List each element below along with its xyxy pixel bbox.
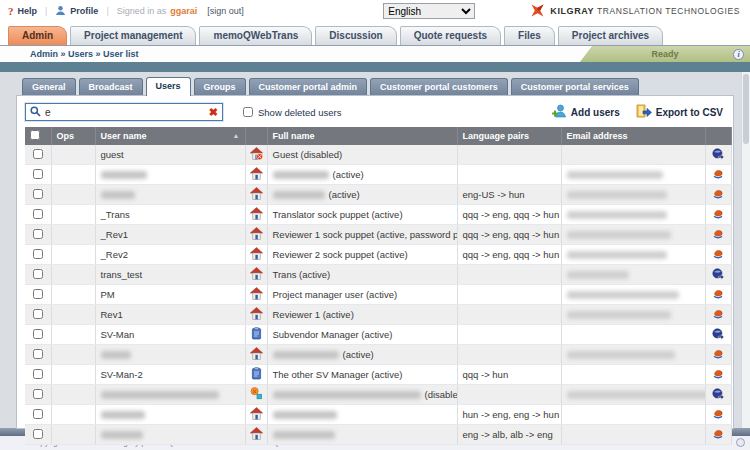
- row-select-cell: [25, 425, 51, 445]
- table-row: _Rev1 Reviewer 1 sock puppet (active, pa…: [25, 225, 731, 245]
- hand-icon[interactable]: [712, 288, 724, 302]
- username-cell[interactable]: _Rev1: [95, 225, 245, 245]
- user-type-cell: [245, 425, 267, 445]
- row-select-checkbox[interactable]: [33, 189, 43, 199]
- email-cell: [561, 305, 705, 325]
- nav-tab-memoqwebtrans[interactable]: memoQWebTrans: [199, 26, 312, 45]
- hand-icon[interactable]: [712, 228, 724, 242]
- username-cell[interactable]: PM: [95, 285, 245, 305]
- username-cell[interactable]: SV-Man: [95, 325, 245, 345]
- row-select-checkbox[interactable]: [33, 349, 43, 359]
- email-cell: [561, 325, 705, 345]
- row-select-checkbox[interactable]: [33, 409, 43, 419]
- hand-icon[interactable]: [712, 408, 724, 422]
- hand-icon[interactable]: [712, 428, 724, 442]
- username-cell[interactable]: [95, 385, 245, 405]
- sub-tab-groups[interactable]: Groups: [194, 78, 246, 95]
- table-row: (disabled): [25, 385, 731, 405]
- profile-link[interactable]: Profile: [55, 5, 98, 18]
- column-header-ops[interactable]: Ops: [51, 127, 95, 145]
- row-select-checkbox[interactable]: [33, 249, 43, 259]
- column-header-icon-3[interactable]: [245, 127, 267, 145]
- vertical-scrollbar[interactable]: [741, 72, 750, 428]
- username-cell[interactable]: trans_test: [95, 265, 245, 285]
- hand-icon[interactable]: [712, 248, 724, 262]
- nav-tab-quote-requests[interactable]: Quote requests: [400, 26, 501, 45]
- row-select-checkbox[interactable]: [33, 389, 43, 399]
- redacted-text: [101, 171, 147, 179]
- username-cell[interactable]: _Trans: [95, 205, 245, 225]
- nav-tab-project-management[interactable]: Project management: [70, 26, 196, 45]
- sub-tab-customer-portal-customers[interactable]: Customer portal customers: [370, 78, 508, 95]
- hand-icon[interactable]: [712, 168, 724, 182]
- row-select-checkbox[interactable]: [33, 429, 43, 439]
- nav-tab-discussion[interactable]: Discussion: [315, 26, 396, 45]
- hand-icon[interactable]: [712, 208, 724, 222]
- sort-asc-icon[interactable]: ▲: [233, 132, 240, 139]
- select-all-checkbox[interactable]: [30, 130, 40, 140]
- hand-icon[interactable]: [712, 308, 724, 322]
- row-select-checkbox[interactable]: [33, 289, 43, 299]
- ops-cell: [51, 265, 95, 285]
- user-filter-input[interactable]: [45, 107, 205, 118]
- nav-tab-project-archives[interactable]: Project archives: [558, 26, 663, 45]
- row-select-checkbox[interactable]: [33, 369, 43, 379]
- row-select-checkbox[interactable]: [33, 209, 43, 219]
- username-cell[interactable]: [95, 165, 245, 185]
- row-select-checkbox[interactable]: [33, 149, 43, 159]
- fullname-cell: Guest (disabled): [267, 145, 457, 165]
- login-type-cell: [705, 345, 731, 365]
- email-cell: [561, 145, 705, 165]
- username-cell[interactable]: [95, 185, 245, 205]
- column-header-email-address[interactable]: Email address: [561, 127, 705, 145]
- ops-cell: [51, 205, 95, 225]
- row-select-checkbox[interactable]: [33, 329, 43, 339]
- username-cell[interactable]: [95, 345, 245, 365]
- user-type-cell: [245, 365, 267, 385]
- house-icon: [250, 187, 263, 202]
- add-users-button[interactable]: Add users: [551, 104, 620, 120]
- clear-search-icon[interactable]: ✖: [209, 107, 218, 118]
- column-header-icon-7[interactable]: [705, 127, 731, 145]
- hand-icon[interactable]: [712, 188, 724, 202]
- show-deleted-checkbox[interactable]: [243, 107, 253, 117]
- export-csv-button[interactable]: Export to CSV: [636, 104, 723, 120]
- column-header-user-name[interactable]: User name▲: [95, 127, 245, 145]
- status-bar: Ready i: [580, 46, 750, 62]
- scrollbar-thumb[interactable]: [743, 74, 749, 144]
- show-deleted-toggle[interactable]: Show deleted users: [243, 107, 341, 118]
- globe-arrow-icon[interactable]: [712, 148, 724, 162]
- nav-tab-admin[interactable]: Admin: [8, 26, 67, 45]
- username-cell[interactable]: [95, 405, 245, 425]
- row-select-checkbox[interactable]: [33, 169, 43, 179]
- column-header-language-pairs[interactable]: Language pairs: [457, 127, 561, 145]
- username-cell[interactable]: [95, 425, 245, 445]
- row-select-checkbox[interactable]: [33, 269, 43, 279]
- row-select-checkbox[interactable]: [33, 309, 43, 319]
- sub-tab-users[interactable]: Users: [146, 77, 191, 96]
- hand-icon[interactable]: [712, 368, 724, 382]
- username-cell[interactable]: guest: [95, 145, 245, 165]
- sign-out-link[interactable]: [sign out]: [207, 6, 244, 16]
- username-cell[interactable]: _Rev2: [95, 245, 245, 265]
- nav-tab-files[interactable]: Files: [504, 26, 555, 45]
- row-select-cell: [25, 345, 51, 365]
- column-header-full-name[interactable]: Full name: [267, 127, 457, 145]
- globe-arrow-icon[interactable]: [712, 388, 724, 402]
- sub-tab-customer-portal-admin[interactable]: Customer portal admin: [249, 78, 368, 95]
- login-type-cell: [705, 145, 731, 165]
- sub-tab-general[interactable]: General: [22, 78, 76, 95]
- row-select-checkbox[interactable]: [33, 229, 43, 239]
- language-select[interactable]: English: [383, 3, 475, 19]
- globe-arrow-icon[interactable]: [712, 268, 724, 282]
- footer-info-icon[interactable]: [736, 438, 745, 447]
- username-cell[interactable]: Rev1: [95, 305, 245, 325]
- sub-tab-customer-portal-services[interactable]: Customer portal services: [511, 78, 639, 95]
- help-link[interactable]: ? Help: [8, 5, 37, 17]
- username-cell[interactable]: SV-Man-2: [95, 365, 245, 385]
- hand-icon[interactable]: [712, 348, 724, 362]
- globe-arrow-icon[interactable]: [712, 328, 724, 342]
- info-icon[interactable]: i: [733, 49, 744, 60]
- sub-tab-broadcast[interactable]: Broadcast: [79, 78, 143, 95]
- logo-text: KILGRAY TRANSLATION TECHNOLOGIES: [550, 6, 740, 16]
